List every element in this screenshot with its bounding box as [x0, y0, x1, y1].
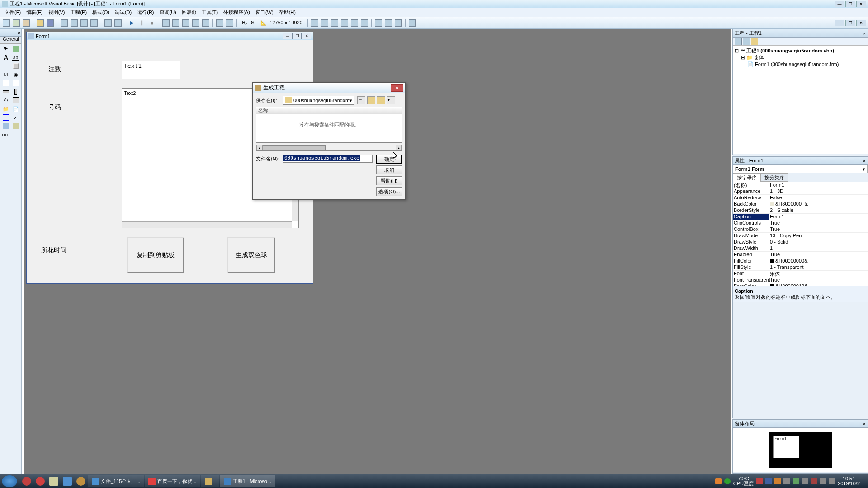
menu-help[interactable]: 帮助(H) [276, 8, 298, 17]
help-button[interactable]: 帮助(H) [376, 176, 402, 185]
property-row[interactable]: Appearance1 - 3D [733, 188, 868, 195]
text1-textbox[interactable]: Text1 [122, 61, 180, 79]
timer-tool[interactable]: ⏱ [1, 96, 10, 104]
task-item[interactable] [201, 475, 219, 487]
paste-button[interactable] [80, 19, 89, 28]
hscrollbar-tool[interactable] [1, 88, 10, 96]
pinned-app-3[interactable] [47, 475, 60, 487]
tab-categorized[interactable]: 按分类序 [760, 173, 788, 182]
filename-input[interactable]: 000shuangseqiu5random.exe [283, 155, 373, 163]
cpu-temp[interactable]: 70°CCPU温度 [733, 476, 754, 486]
checkbox-tool[interactable]: ☑ [1, 70, 10, 79]
data-tool[interactable] [11, 122, 20, 130]
tree-form1-node[interactable]: 📄 Form1 (000shuangseqiu5random.frm) [735, 61, 866, 68]
property-row[interactable]: DrawWidth1 [733, 245, 868, 252]
dialog-close-button[interactable]: ✕ [391, 84, 403, 92]
file-list[interactable]: 名称 没有与搜索条件匹配的项。 [256, 107, 402, 143]
pointer-tool[interactable] [1, 45, 10, 53]
mdi-close-button[interactable]: ✕ [856, 20, 866, 26]
save-in-combo[interactable]: 000shuangseqiu5random▾ [283, 96, 354, 105]
vscrollbar-tool[interactable] [11, 88, 20, 96]
tray-icon[interactable] [715, 478, 722, 484]
save-button[interactable] [46, 19, 55, 28]
property-row[interactable]: AutoRedrawFalse [733, 195, 868, 201]
pinned-app-4[interactable] [61, 475, 74, 487]
redo-button[interactable] [113, 19, 123, 28]
menu-diagram[interactable]: 图表(I) [179, 8, 199, 17]
start-button[interactable]: ▶ [127, 19, 137, 28]
tray-icon[interactable] [765, 478, 772, 484]
tree-project-node[interactable]: ⊟ 🗃 工程1 (000shuangseqiu5random.vbp) [735, 47, 866, 54]
toolbox-tab-general[interactable]: General [0, 37, 21, 44]
tab-alphabetic[interactable]: 按字母序 [733, 173, 761, 182]
properties-object-combo[interactable]: Form1 Form▾ [733, 165, 868, 173]
form-close-button[interactable]: ✕ [302, 33, 311, 39]
end-button[interactable]: ■ [147, 19, 156, 28]
project-explorer-button[interactable] [161, 19, 170, 28]
tray-icon[interactable] [783, 478, 790, 484]
file-list-hscrollbar[interactable]: ◂ ▸ [256, 145, 402, 151]
menu-editor-button[interactable] [22, 19, 31, 28]
task-item-active[interactable]: 工程1 - Microso... [220, 475, 275, 487]
menu-view[interactable]: 视图(V) [46, 8, 68, 17]
generate-button[interactable]: 生成双色球 [227, 237, 275, 273]
copy-button[interactable] [70, 19, 79, 28]
property-row[interactable]: BackColor&H8000000F& [733, 201, 868, 207]
property-row[interactable]: FontTransparentTrue [733, 277, 868, 283]
form-minimize-button[interactable]: — [283, 33, 292, 39]
tree-forms-folder[interactable]: ⊟ 📁 窗体 [735, 54, 866, 61]
break-button[interactable]: ∥ [137, 19, 146, 28]
options-button[interactable]: 选项(O)... [376, 187, 402, 196]
label-time[interactable]: 所花时间 [41, 246, 66, 254]
tray-icon[interactable] [793, 478, 799, 484]
task-item[interactable]: 文件_115个人 - ... [88, 475, 144, 487]
menu-addins[interactable]: 外接程序(A) [221, 8, 253, 17]
scroll-right-icon[interactable]: ▸ [396, 145, 402, 150]
ok-button[interactable]: 确定 [376, 155, 402, 164]
tray-icon[interactable] [724, 478, 731, 484]
find-button[interactable] [90, 19, 99, 28]
toolbox-close-icon[interactable]: × [18, 30, 20, 36]
pinned-app-5[interactable] [75, 475, 87, 487]
properties-grid[interactable]: (名称)Form1Appearance1 - 3DAutoRedrawFalse… [733, 182, 868, 286]
dirlistbox-tool[interactable]: 📁 [1, 105, 10, 113]
cut-button[interactable] [60, 19, 69, 28]
task-item[interactable]: 百度一下，你就... [145, 475, 200, 487]
form-preview[interactable]: Form1 [773, 436, 799, 458]
clock[interactable]: 10:512019/10/2 [838, 476, 860, 486]
add-project-button[interactable] [2, 19, 11, 28]
label-tool[interactable]: A [1, 53, 10, 61]
pinned-app-1[interactable] [20, 475, 33, 487]
align-right-button[interactable] [330, 19, 339, 28]
pinned-app-2[interactable] [34, 475, 47, 487]
textbox-tool[interactable]: ab [11, 53, 20, 61]
network-icon[interactable] [829, 478, 835, 484]
picturebox-tool[interactable] [11, 45, 20, 53]
property-row[interactable]: DrawMode13 - Copy Pen [733, 233, 868, 239]
properties-close-icon[interactable]: × [863, 158, 866, 164]
project-tree[interactable]: ⊟ 🗃 工程1 (000shuangseqiu5random.vbp) ⊟ 📁 … [733, 46, 868, 154]
close-button[interactable]: ✕ [856, 1, 866, 7]
property-row[interactable]: Font宋体 [733, 271, 868, 277]
show-desktop-button[interactable] [863, 475, 866, 487]
align-top-button[interactable] [340, 19, 349, 28]
open-button[interactable] [36, 19, 45, 28]
mdi-restore-button[interactable]: ❐ [845, 20, 855, 26]
align-bottom-button[interactable] [360, 19, 369, 28]
align-center-button[interactable] [320, 19, 329, 28]
property-row[interactable]: (名称)Form1 [733, 182, 868, 188]
frame-tool[interactable] [1, 62, 10, 70]
label-zhushu[interactable]: 注数 [48, 66, 61, 74]
up-button[interactable] [367, 96, 375, 104]
view-code-button[interactable] [735, 38, 742, 45]
tray-icon[interactable] [811, 478, 817, 484]
toggle-folders-button[interactable] [751, 38, 758, 45]
minimize-button[interactable]: — [835, 1, 844, 7]
form-layout-button[interactable] [181, 19, 190, 28]
optionbutton-tool[interactable]: ◉ [11, 70, 20, 79]
menu-run[interactable]: 运行(R) [134, 8, 156, 17]
start-button[interactable] [2, 475, 17, 487]
commandbutton-tool[interactable] [11, 62, 20, 70]
tray-icon[interactable] [756, 478, 763, 484]
align-left-button[interactable] [310, 19, 319, 28]
